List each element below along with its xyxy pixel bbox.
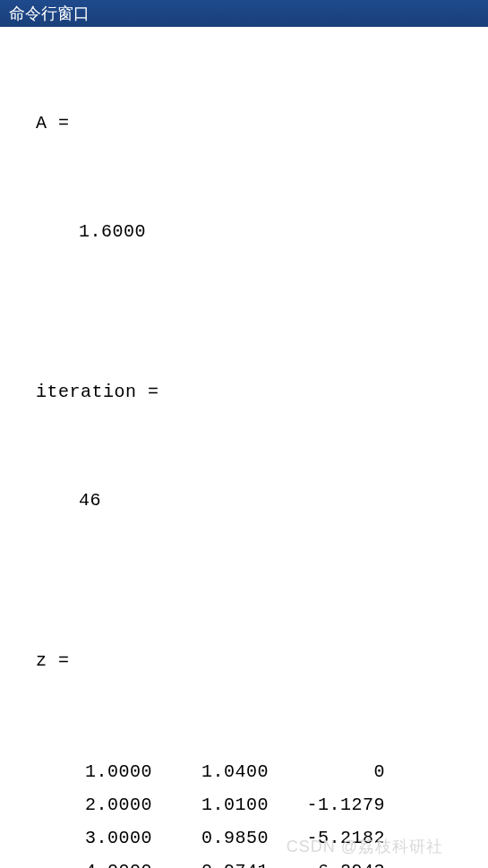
table-cell: 1.0100	[159, 788, 276, 821]
table-cell: 1.0000	[43, 755, 159, 788]
variable-A-label: A =	[36, 109, 470, 137]
variable-A-value: 1.6000	[36, 218, 470, 245]
variable-iteration-value: 46	[36, 486, 470, 514]
table-row: 4.00000.9741-6.2943	[43, 855, 470, 868]
window-title: 命令行窗口	[9, 3, 90, 24]
variable-iteration-label: iteration =	[36, 378, 470, 406]
table-cell: -6.2943	[276, 855, 392, 868]
table-cell: -1.1279	[276, 788, 392, 821]
table-cell: 0.9850	[159, 821, 276, 855]
table-cell: 0.9741	[159, 855, 276, 868]
table-row: 1.00001.04000	[43, 755, 470, 788]
table-cell: -5.2182	[276, 821, 392, 855]
table-cell: 0	[276, 755, 392, 788]
table-cell: 4.0000	[43, 855, 159, 868]
window-titlebar: 命令行窗口	[0, 0, 488, 27]
table-cell: 1.0400	[159, 755, 276, 788]
table-row: 2.00001.0100-1.1279	[43, 788, 470, 821]
matrix-z-output: 1.00001.040002.00001.0100-1.12793.00000.…	[36, 755, 470, 868]
table-cell: 2.0000	[43, 788, 159, 821]
command-output-area[interactable]: A = 1.6000 iteration = 46 z = 1.00001.04…	[0, 27, 488, 868]
table-cell: 3.0000	[43, 821, 159, 855]
table-row: 3.00000.9850-5.2182	[43, 821, 470, 855]
variable-z-label: z =	[36, 647, 470, 675]
